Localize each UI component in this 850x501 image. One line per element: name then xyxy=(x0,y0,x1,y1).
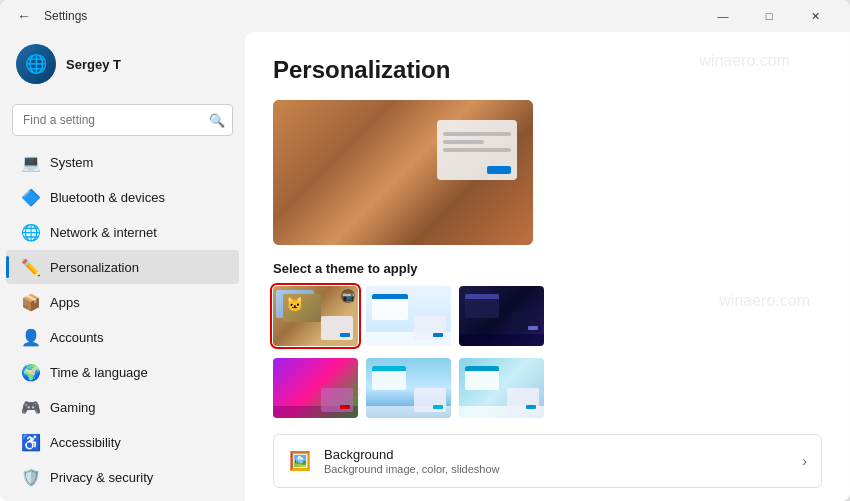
back-button[interactable]: ← xyxy=(12,4,36,28)
preview-line-2 xyxy=(443,140,484,144)
theme-sky[interactable] xyxy=(366,358,451,418)
setting-name: Background xyxy=(324,447,790,462)
search-input[interactable] xyxy=(12,104,233,136)
themes-grid: 🐱 📷 xyxy=(273,286,822,346)
window-3b xyxy=(512,312,540,332)
back-icon: ← xyxy=(17,8,31,24)
sidebar-item-network[interactable]: 🌐 Network & internet xyxy=(6,215,239,249)
nav-list: 💻 System 🔷 Bluetooth & devices 🌐 Network… xyxy=(0,144,245,501)
preview-button xyxy=(487,166,511,174)
sidebar-item-accessibility[interactable]: ♿ Accessibility xyxy=(6,425,239,459)
window-5 xyxy=(372,366,406,390)
window-titlebar-2 xyxy=(372,294,408,299)
theme-3-preview xyxy=(459,286,544,346)
window-controls: — □ ✕ xyxy=(700,0,838,32)
theme-preview xyxy=(273,100,533,245)
content-area: 🌐 Sergey T 🔍 💻 System 🔷 Bluetooth & devi… xyxy=(0,32,850,501)
sidebar-item-label: System xyxy=(50,155,93,170)
system-icon: 💻 xyxy=(22,153,40,171)
time-icon: 🌍 xyxy=(22,363,40,381)
sidebar-item-accounts[interactable]: 👤 Accounts xyxy=(6,320,239,354)
privacy-icon: 🛡️ xyxy=(22,468,40,486)
avatar: 🌐 xyxy=(16,44,56,84)
sidebar-item-gaming[interactable]: 🎮 Gaming xyxy=(6,390,239,424)
user-name: Sergey T xyxy=(66,57,121,72)
theme-2-preview xyxy=(366,286,451,346)
setting-texts: Background Background image, color, slid… xyxy=(324,447,790,475)
network-icon: 🌐 xyxy=(22,223,40,241)
cat-icon: 🐱 xyxy=(286,296,303,312)
mini-window-5 xyxy=(414,388,446,412)
apps-icon: 📦 xyxy=(22,293,40,311)
mini-window-2 xyxy=(414,316,446,340)
setting-desc: Background image, color, slideshow xyxy=(324,463,790,475)
background-setting[interactable]: 🖼️ Background Background image, color, s… xyxy=(273,434,822,488)
theme-flower[interactable] xyxy=(273,358,358,418)
theme-1-preview: 🐱 📷 xyxy=(273,286,358,346)
gaming-icon: 🎮 xyxy=(22,398,40,416)
sidebar-item-personalization[interactable]: ✏️ Personalization xyxy=(6,250,239,284)
accounts-icon: 👤 xyxy=(22,328,40,346)
theme-5-preview xyxy=(366,358,451,418)
theme-section-label: Select a theme to apply xyxy=(273,261,822,276)
sidebar-item-system[interactable]: 💻 System xyxy=(6,145,239,179)
sidebar-item-label: Privacy & security xyxy=(50,470,153,485)
sidebar-item-label: Gaming xyxy=(50,400,96,415)
preview-line-3 xyxy=(443,148,511,152)
taskbar-3 xyxy=(459,334,544,346)
background-icon: 🖼️ xyxy=(288,449,312,473)
accessibility-icon: ♿ xyxy=(22,433,40,451)
mini-window-6 xyxy=(507,388,539,412)
sidebar-item-time[interactable]: 🌍 Time & language xyxy=(6,355,239,389)
mini-btn-3 xyxy=(528,326,538,330)
window-3 xyxy=(465,294,499,318)
sidebar-item-windows-update[interactable]: 🔄 Windows Update xyxy=(6,495,239,501)
search-box: 🔍 xyxy=(12,104,233,136)
mini-btn-1 xyxy=(340,333,350,337)
preview-window xyxy=(437,120,517,180)
window-titlebar-3 xyxy=(465,294,499,299)
window-title: Settings xyxy=(44,9,87,23)
theme-blue-windows[interactable] xyxy=(366,286,451,346)
window-titlebar-6 xyxy=(465,366,499,371)
sidebar-item-bluetooth[interactable]: 🔷 Bluetooth & devices xyxy=(6,180,239,214)
themes-grid-row2 xyxy=(273,358,822,418)
sidebar-item-privacy[interactable]: 🛡️ Privacy & security xyxy=(6,460,239,494)
page-title: Personalization xyxy=(273,56,822,84)
sidebar-item-label: Bluetooth & devices xyxy=(50,190,165,205)
minimize-button[interactable]: — xyxy=(700,0,746,32)
title-bar: ← Settings — □ ✕ xyxy=(0,0,850,32)
user-profile[interactable]: 🌐 Sergey T xyxy=(0,32,245,96)
sidebar-item-apps[interactable]: 📦 Apps xyxy=(6,285,239,319)
mini-btn-6 xyxy=(526,405,536,409)
theme-photo[interactable]: 🐱 📷 xyxy=(273,286,358,346)
window-6 xyxy=(465,366,499,390)
photo-stack-front: 🐱 xyxy=(283,294,321,322)
settings-window: ← Settings — □ ✕ 🌐 Sergey T 🔍 xyxy=(0,0,850,501)
sidebar-item-label: Network & internet xyxy=(50,225,157,240)
camera-icon: 📷 xyxy=(341,289,355,303)
close-button[interactable]: ✕ xyxy=(792,0,838,32)
maximize-button[interactable]: □ xyxy=(746,0,792,32)
theme-6-preview xyxy=(459,358,544,418)
theme-teal[interactable] xyxy=(459,358,544,418)
theme-dark-blue[interactable] xyxy=(459,286,544,346)
main-content: winaero.com winaero.com winaero.com wina… xyxy=(245,32,850,501)
sidebar-item-label: Accessibility xyxy=(50,435,121,450)
mini-btn-2 xyxy=(433,333,443,337)
preview-line-1 xyxy=(443,132,511,136)
personalization-icon: ✏️ xyxy=(22,258,40,276)
sidebar-item-label: Personalization xyxy=(50,260,139,275)
avatar-image: 🌐 xyxy=(16,44,56,84)
chevron-right-icon: › xyxy=(802,453,807,469)
title-bar-left: ← Settings xyxy=(12,4,700,28)
sidebar-item-label: Time & language xyxy=(50,365,148,380)
mini-window-4 xyxy=(321,388,353,412)
sidebar-item-label: Apps xyxy=(50,295,80,310)
window-titlebar-5 xyxy=(372,366,406,371)
preview-lines xyxy=(443,132,511,152)
theme-empty xyxy=(552,358,637,418)
theme-4-preview xyxy=(273,358,358,418)
sidebar: 🌐 Sergey T 🔍 💻 System 🔷 Bluetooth & devi… xyxy=(0,32,245,501)
mini-btn-4 xyxy=(340,405,350,409)
